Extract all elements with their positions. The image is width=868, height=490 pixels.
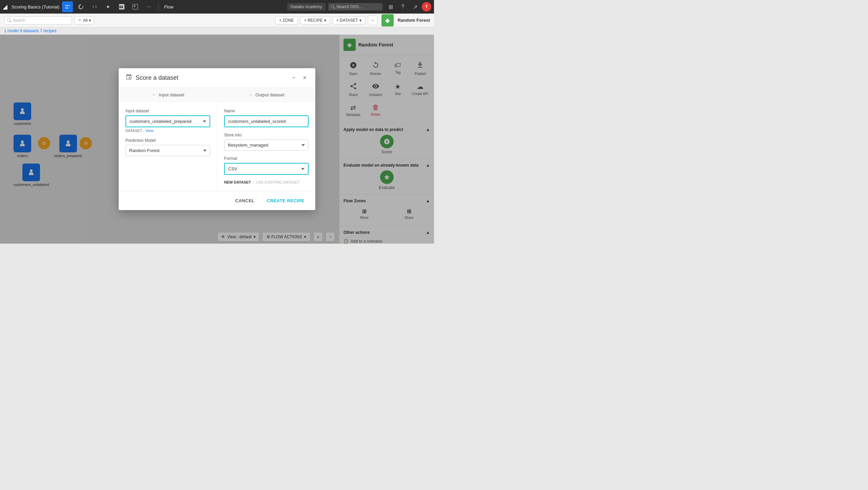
search-icon [331,5,335,9]
store-into-select[interactable]: filesystem_managed [224,139,309,151]
filter-dropdown[interactable]: All ▾ [75,16,94,24]
modal-close-btn[interactable]: × [301,74,309,82]
format-select[interactable]: CSV [224,163,309,175]
output-name-group: Name [224,109,309,127]
input-tab-icon: → [151,92,156,97]
breadcrumb-models[interactable]: 1 model [4,29,19,33]
recipe-btn[interactable]: + RECIPE ▾ [300,16,330,24]
flow-search-box[interactable]: Search [4,16,72,24]
help-btn[interactable]: ? [397,1,408,12]
window-nav-btn[interactable] [130,1,141,12]
dataset-chevron: ▾ [359,18,361,23]
breadcrumb-datasets[interactable]: 9 datasets [20,29,39,33]
modal-body: Input dataset customers_unlabeled_prepar… [119,102,315,191]
modal-header: Score a dataset − × [119,68,315,88]
zone-btn[interactable]: + ZONE [275,16,298,24]
output-tab-icon: → [248,92,253,97]
prediction-model-select[interactable]: Random Forest [125,145,210,156]
dataset-type-label: DATASET [125,129,142,133]
table-nav-btn[interactable] [116,1,127,12]
navbar: ◢ Scoring Basics (Tutorial) ··· Flow Dat… [0,0,434,14]
input-dataset-tab[interactable]: → Input dataset [119,88,217,101]
output-name-input[interactable] [224,115,309,127]
nav-forward-btn[interactable]: → [368,16,377,25]
filter-chevron: ▾ [89,18,91,23]
modal-title: Score a dataset [136,74,287,81]
app-title: Scoring Basics (Tutorial) [12,4,59,10]
global-search-box[interactable]: Search DSS... [328,3,382,11]
global-search-placeholder: Search DSS... [336,4,362,9]
play-nav-btn[interactable] [103,1,114,12]
academy-btn[interactable]: Dataiku Academy [287,3,326,11]
output-dataset-tab[interactable]: → Output dataset [217,88,315,101]
dataset-hint: DATASET - View [125,129,210,133]
filter-icon [78,18,82,22]
store-into-label: Store into [224,133,309,137]
breadcrumb: 1 model 9 datasets 7 recipes [0,27,434,35]
dataset-btn[interactable]: + DATASET ▾ [333,16,365,24]
create-recipe-button[interactable]: CREATE RECIPE [263,195,309,206]
input-dataset-label: Input dataset [125,109,210,113]
more-nav-btn[interactable]: ··· [143,1,154,12]
nav-separator [158,3,159,11]
cancel-button[interactable]: CANCEL [231,195,259,206]
format-label: Format [224,156,309,161]
flow-label: Flow [164,4,173,10]
input-dataset-select[interactable]: customers_unlabeled_prepared [125,115,210,127]
output-column: Name Store into filesystem_managed Forma… [217,102,315,191]
breadcrumb-recipes[interactable]: 7 recipes [40,29,57,33]
navbar-right: ⊞ ? ↗ T [385,1,431,12]
dataset-view-link[interactable]: View [145,129,154,133]
modal-overlay: Score a dataset − × → Input dataset → Ou… [0,35,434,244]
modal-header-icon [125,74,132,82]
new-dataset-link[interactable]: NEW DATASET [224,180,251,184]
toolbar: Search All ▾ + ZONE + RECIPE ▾ + DATASET… [0,14,434,27]
modal-tabs: → Input dataset → Output dataset [119,88,315,102]
refresh-nav-btn[interactable] [76,1,86,12]
flow-search-placeholder: Search [13,18,25,23]
flow-search-icon [7,18,11,22]
input-dataset-group: Input dataset customers_unlabeled_prepar… [125,109,210,133]
output-name-label: Name [224,109,309,113]
prediction-model-label: Prediction Model [125,138,210,143]
input-column: Input dataset customers_unlabeled_prepar… [119,102,217,191]
filter-label: All [83,18,87,23]
output-tab-label: Output dataset [255,92,284,97]
format-group: Format CSV [224,156,309,175]
score-dataset-modal: Score a dataset − × → Input dataset → Ou… [119,68,315,210]
app-logo: ◢ [3,3,7,11]
main-area: customers orders ⚙ orders_prepared ⚙ [0,35,434,244]
dataset-links: NEW DATASET | USE EXISTING DATASET [224,180,309,184]
store-into-group: Store into filesystem_managed [224,133,309,151]
flow-nav-btn[interactable] [62,1,73,12]
existing-dataset-link[interactable]: USE EXISTING DATASET [256,180,300,184]
user-avatar[interactable]: T [422,2,431,12]
recipe-chevron: ▾ [324,18,326,23]
grid-menu-btn[interactable]: ⊞ [385,1,396,12]
model-indicator: ◆ [381,14,394,26]
prediction-model-group: Prediction Model Random Forest [125,138,210,156]
code-nav-btn[interactable] [89,1,100,12]
modal-footer: CANCEL CREATE RECIPE [119,191,315,210]
selected-model-label: Random Forest [398,18,430,23]
input-tab-label: Input dataset [159,92,184,97]
analytics-btn[interactable]: ↗ [410,1,420,12]
modal-minimize-btn[interactable]: − [290,74,298,82]
